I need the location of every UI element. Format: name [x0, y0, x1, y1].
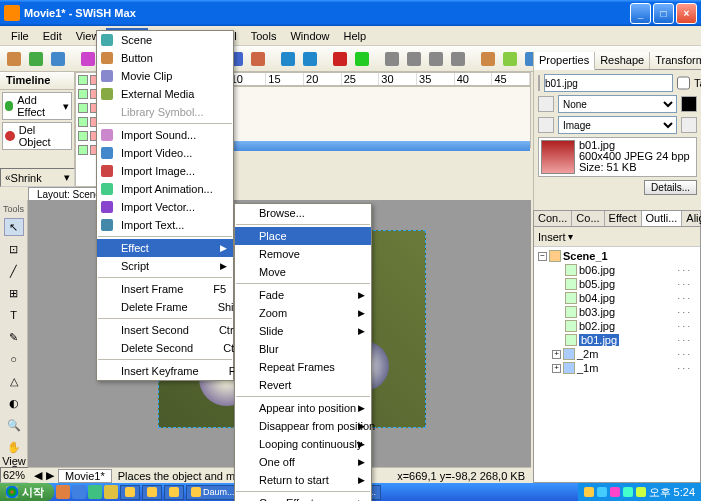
close-button[interactable]: ×: [676, 3, 697, 24]
target-checkbox[interactable]: [677, 74, 690, 92]
toolbar-button[interactable]: [278, 49, 298, 69]
system-tray[interactable]: 오후 5:24: [578, 483, 701, 501]
document-tab[interactable]: Movie1*: [58, 469, 112, 483]
menu-item[interactable]: Import Text...: [97, 216, 233, 234]
menu-item[interactable]: Place: [235, 227, 371, 245]
type-select[interactable]: Image: [558, 116, 677, 134]
start-button[interactable]: 시작: [0, 483, 54, 501]
toolbar-button[interactable]: [404, 49, 424, 69]
menu-item[interactable]: Return to start▶: [235, 471, 371, 489]
tool-button[interactable]: 🔍: [4, 416, 24, 434]
tree-node[interactable]: +_2m· · ·: [538, 347, 696, 361]
tool-button[interactable]: ⊞: [4, 284, 24, 302]
toolbar-button[interactable]: [26, 49, 46, 69]
menu-window[interactable]: Window: [283, 28, 336, 44]
quicklaunch-icon[interactable]: [88, 485, 102, 499]
alpha-select[interactable]: None: [558, 95, 677, 113]
timeline-tracks[interactable]: [190, 86, 531, 148]
menu-item[interactable]: Insert KeyframeF6: [97, 362, 233, 380]
menu-item[interactable]: Insert SecondCtrl+F5: [97, 321, 233, 339]
menu-item[interactable]: Movie Clip: [97, 67, 233, 85]
quicklaunch-icon[interactable]: [104, 485, 118, 499]
menu-help[interactable]: Help: [337, 28, 374, 44]
tool-button[interactable]: ↖: [4, 218, 24, 236]
toolbar-button[interactable]: [426, 49, 446, 69]
tray-icon[interactable]: [610, 487, 620, 497]
tool-button[interactable]: ╱: [4, 262, 24, 280]
maximize-button[interactable]: □: [653, 3, 674, 24]
menu-item[interactable]: Effect▶: [97, 239, 233, 257]
taskbar-item[interactable]: [142, 485, 162, 500]
outline-tab[interactable]: Effect: [605, 211, 642, 226]
object-name-field[interactable]: [544, 74, 673, 92]
quicklaunch-icon[interactable]: [72, 485, 86, 499]
toolbar-button[interactable]: [330, 49, 350, 69]
toolbar-button[interactable]: [478, 49, 498, 69]
add-effect-button[interactable]: Add Effect▾: [2, 92, 72, 120]
menu-item[interactable]: Button: [97, 49, 233, 67]
toolbar-button[interactable]: [48, 49, 68, 69]
toolbar-button[interactable]: [248, 49, 268, 69]
tray-icon[interactable]: [623, 487, 633, 497]
menu-item[interactable]: Import Vector...: [97, 198, 233, 216]
props-tab[interactable]: Properties: [534, 52, 595, 70]
tree-node[interactable]: +_1m· · ·: [538, 361, 696, 375]
toolbar-button[interactable]: [448, 49, 468, 69]
del-object-button[interactable]: Del Object: [2, 122, 72, 150]
tree-node[interactable]: b06.jpg· · ·: [538, 263, 696, 277]
outline-tab[interactable]: Con...: [534, 211, 572, 226]
menu-edit[interactable]: Edit: [36, 28, 69, 44]
menu-item[interactable]: Looping continuously▶: [235, 435, 371, 453]
tool-button[interactable]: △: [4, 372, 24, 390]
reload-icon[interactable]: [681, 117, 697, 133]
tree-node[interactable]: b02.jpg· · ·: [538, 319, 696, 333]
menu-file[interactable]: File: [4, 28, 36, 44]
menu-item[interactable]: Delete SecondCtrl+Shift+F5: [97, 339, 233, 357]
menu-item[interactable]: Fade▶: [235, 286, 371, 304]
taskbar-item[interactable]: [120, 485, 140, 500]
menu-item[interactable]: Scene: [97, 31, 233, 49]
menu-item[interactable]: Import Image...: [97, 162, 233, 180]
outline-tab[interactable]: Align...: [682, 211, 701, 226]
menu-item[interactable]: Import Animation...: [97, 180, 233, 198]
menu-item[interactable]: Browse...: [235, 204, 371, 222]
tray-icon[interactable]: [636, 487, 646, 497]
menu-item[interactable]: External Media: [97, 85, 233, 103]
tree-node[interactable]: b05.jpg· · ·: [538, 277, 696, 291]
menu-item[interactable]: Slide▶: [235, 322, 371, 340]
tree-node[interactable]: b01.jpg· · ·: [538, 333, 696, 347]
tool-button[interactable]: ✎: [4, 328, 24, 346]
toolbar-button[interactable]: [4, 49, 24, 69]
scroll-left-icon[interactable]: ◀: [34, 469, 42, 482]
menu-item[interactable]: Import Video...: [97, 144, 233, 162]
menu-item[interactable]: Revert: [235, 376, 371, 394]
timeline-ruler[interactable]: 51015202530354045: [190, 72, 531, 86]
menu-item[interactable]: Delete FrameShift+F5: [97, 298, 233, 316]
timeline-clip[interactable]: [191, 141, 530, 151]
outline-tree[interactable]: −Scene_1b06.jpg· · ·b05.jpg· · ·b04.jpg·…: [534, 247, 700, 377]
menu-item[interactable]: Disappear from position▶: [235, 417, 371, 435]
toolbar-button[interactable]: [500, 49, 520, 69]
tree-node[interactable]: b03.jpg· · ·: [538, 305, 696, 319]
menu-item[interactable]: Script▶: [97, 257, 233, 275]
minimize-button[interactable]: _: [630, 3, 651, 24]
toolbar-button[interactable]: [382, 49, 402, 69]
taskbar-item[interactable]: Daum...: [186, 485, 240, 500]
menu-item[interactable]: Move: [235, 263, 371, 281]
tool-button[interactable]: ⊡: [4, 240, 24, 258]
menu-item[interactable]: Appear into position▶: [235, 399, 371, 417]
tray-icon[interactable]: [597, 487, 607, 497]
tool-button[interactable]: ✋: [4, 438, 24, 456]
outline-tab[interactable]: Outli...: [642, 211, 683, 226]
quicklaunch-icon[interactable]: [56, 485, 70, 499]
color-swatch[interactable]: [681, 96, 697, 112]
toolbar-button[interactable]: [300, 49, 320, 69]
menu-item[interactable]: Zoom▶: [235, 304, 371, 322]
insert-dropdown[interactable]: Insert: [538, 231, 566, 243]
props-tab[interactable]: Reshape: [595, 52, 650, 69]
tool-button[interactable]: ○: [4, 350, 24, 368]
menu-item[interactable]: Blur: [235, 340, 371, 358]
menu-item[interactable]: Insert FrameF5: [97, 280, 233, 298]
menu-item[interactable]: One off▶: [235, 453, 371, 471]
tool-button[interactable]: T: [4, 306, 24, 324]
